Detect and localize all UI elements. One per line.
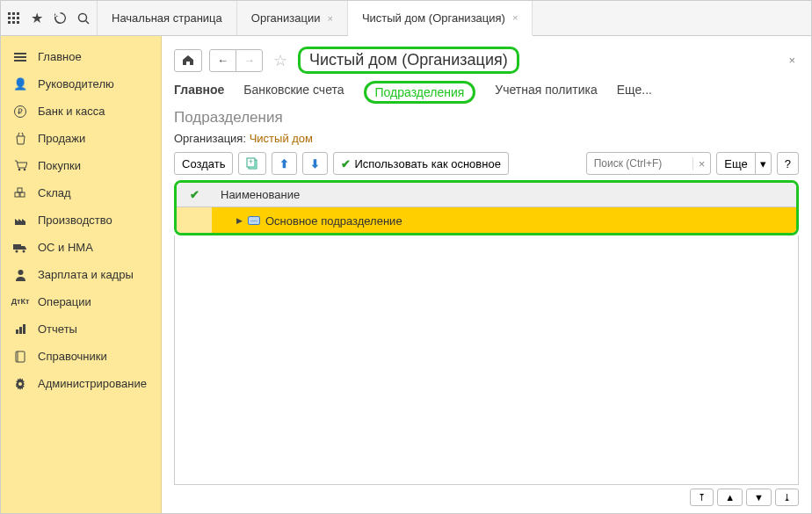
scroll-down-button[interactable]: ▼ bbox=[746, 489, 772, 506]
header-row: ← → ☆ Чистый дом (Организация) × bbox=[174, 47, 799, 74]
burger-icon bbox=[13, 53, 27, 62]
svg-rect-3 bbox=[8, 17, 11, 19]
tab-label: Организации bbox=[251, 11, 321, 25]
scroll-top-button[interactable]: ⤒ bbox=[690, 489, 714, 506]
expand-icon[interactable]: ▶ bbox=[236, 216, 243, 225]
sidebar-item-hr[interactable]: Зарплата и кадры bbox=[1, 261, 161, 288]
sidebar-item-admin[interactable]: Администрирование bbox=[1, 370, 161, 397]
tab-label: Чистый дом (Организация) bbox=[362, 11, 505, 25]
sidebar: Главное 👤 Руководителю ₽ Банк и касса Пр… bbox=[1, 36, 162, 513]
truck-icon bbox=[13, 243, 27, 253]
sidebar-item-references[interactable]: Справочники bbox=[1, 343, 161, 370]
close-page-button[interactable]: × bbox=[785, 54, 799, 67]
svg-point-19 bbox=[16, 250, 18, 252]
favorite-star-icon[interactable]: ☆ bbox=[273, 51, 287, 70]
table-row[interactable]: ▶ — Основное подразделение bbox=[177, 207, 796, 233]
person-badge-icon: 👤 bbox=[13, 77, 27, 90]
tab-home[interactable]: Начальная страница bbox=[98, 1, 237, 35]
row-name: Основное подразделение bbox=[265, 214, 402, 228]
svg-rect-15 bbox=[15, 192, 19, 197]
svg-point-21 bbox=[18, 270, 23, 275]
apps-icon[interactable] bbox=[8, 12, 20, 25]
svg-point-20 bbox=[23, 250, 25, 252]
more-dropdown-button[interactable]: ▾ bbox=[755, 152, 772, 175]
section-tab-departments[interactable]: Подразделения bbox=[364, 81, 476, 104]
search-input[interactable] bbox=[587, 157, 692, 170]
forward-button[interactable]: → bbox=[236, 49, 263, 72]
star-icon[interactable]: ★ bbox=[31, 10, 43, 26]
row-name-cell[interactable]: ▶ — Основное подразделение bbox=[212, 207, 796, 233]
svg-rect-23 bbox=[19, 327, 22, 334]
sidebar-item-purchases[interactable]: Покупки bbox=[1, 152, 161, 179]
search-field[interactable]: × bbox=[586, 152, 712, 175]
tab-organization-detail[interactable]: Чистый дом (Организация) × bbox=[348, 1, 533, 36]
sidebar-item-main[interactable]: Главное bbox=[1, 43, 161, 70]
svg-rect-8 bbox=[17, 21, 19, 24]
clear-search-icon[interactable]: × bbox=[692, 157, 711, 170]
org-line: Организация: Чистый дом bbox=[174, 132, 799, 145]
sidebar-item-label: Главное bbox=[38, 50, 82, 63]
section-tab-accounting-policy[interactable]: Учетная политика bbox=[495, 81, 597, 104]
history-icon[interactable] bbox=[54, 11, 67, 25]
section-tab-main[interactable]: Главное bbox=[174, 81, 224, 104]
svg-point-13 bbox=[18, 169, 20, 171]
scroll-up-button[interactable]: ▲ bbox=[717, 489, 743, 506]
col-name[interactable]: Наименование bbox=[212, 183, 796, 207]
help-button[interactable]: ? bbox=[777, 152, 799, 175]
departments-table: ✔ Наименование ▶ — Основное подраздел bbox=[177, 183, 796, 233]
sidebar-item-reports[interactable]: Отчеты bbox=[1, 315, 161, 343]
sidebar-item-label: Руководителю bbox=[38, 77, 114, 90]
svg-text:₽: ₽ bbox=[18, 107, 23, 116]
org-value[interactable]: Чистый дом bbox=[250, 132, 313, 145]
dk-icon: ДтКт bbox=[13, 298, 27, 306]
tab-organizations[interactable]: Организации × bbox=[237, 1, 348, 35]
close-icon[interactable]: × bbox=[512, 12, 518, 23]
search-icon[interactable] bbox=[77, 12, 90, 25]
ruble-icon: ₽ bbox=[13, 105, 27, 118]
table-empty-space bbox=[174, 235, 799, 486]
sidebar-item-label: Администрирование bbox=[38, 377, 147, 390]
sidebar-item-label: Склад bbox=[38, 186, 71, 199]
col-check[interactable]: ✔ bbox=[177, 183, 212, 207]
svg-rect-0 bbox=[8, 12, 11, 15]
svg-rect-1 bbox=[12, 12, 15, 15]
sidebar-item-label: Зарплата и кадры bbox=[38, 268, 134, 281]
section-tabs: Главное Банковские счета Подразделения У… bbox=[174, 81, 799, 104]
use-as-main-button[interactable]: ✔ Использовать как основное bbox=[333, 152, 508, 175]
cart-icon bbox=[13, 160, 27, 171]
bag-icon bbox=[13, 133, 27, 145]
section-tab-more[interactable]: Еще... bbox=[617, 81, 652, 104]
sidebar-item-assets[interactable]: ОС и НМА bbox=[1, 234, 161, 261]
chart-icon bbox=[13, 323, 27, 335]
home-button[interactable] bbox=[174, 49, 202, 72]
sidebar-item-label: Покупки bbox=[38, 159, 81, 172]
sidebar-item-warehouse[interactable]: Склад bbox=[1, 179, 161, 206]
folder-icon: — bbox=[248, 216, 260, 225]
sidebar-item-sales[interactable]: Продажи bbox=[1, 125, 161, 152]
sidebar-item-label: Производство bbox=[38, 214, 112, 227]
sidebar-item-label: Банк и касса bbox=[38, 105, 105, 118]
create-button[interactable]: Создать bbox=[174, 152, 233, 175]
subtitle: Подразделения bbox=[174, 109, 799, 127]
move-down-button[interactable]: ⬇ bbox=[302, 152, 328, 175]
move-up-button[interactable]: ⬆ bbox=[272, 152, 297, 175]
section-tab-bank-accounts[interactable]: Банковские счета bbox=[243, 81, 344, 104]
main-area: ← → ☆ Чистый дом (Организация) × Главное… bbox=[162, 36, 811, 513]
sidebar-item-production[interactable]: Производство bbox=[1, 206, 161, 234]
more-button[interactable]: Еще bbox=[716, 152, 755, 175]
svg-rect-2 bbox=[17, 12, 19, 15]
user-icon bbox=[13, 269, 27, 281]
sidebar-item-label: Продажи bbox=[38, 132, 85, 145]
sidebar-item-operations[interactable]: ДтКт Операции bbox=[1, 288, 161, 315]
back-button[interactable]: ← bbox=[209, 49, 236, 72]
sidebar-item-manager[interactable]: 👤 Руководителю bbox=[1, 70, 161, 98]
page-title: Чистый дом (Организация) bbox=[298, 47, 519, 74]
scroll-bottom-button[interactable]: ⤓ bbox=[775, 489, 799, 506]
close-icon[interactable]: × bbox=[327, 13, 332, 24]
copy-button[interactable]: + bbox=[238, 152, 266, 175]
svg-rect-18 bbox=[13, 244, 21, 250]
org-label: Организация: bbox=[174, 132, 246, 145]
book-icon bbox=[13, 351, 27, 363]
sidebar-item-bank[interactable]: ₽ Банк и касса bbox=[1, 98, 161, 125]
svg-rect-4 bbox=[12, 17, 15, 19]
